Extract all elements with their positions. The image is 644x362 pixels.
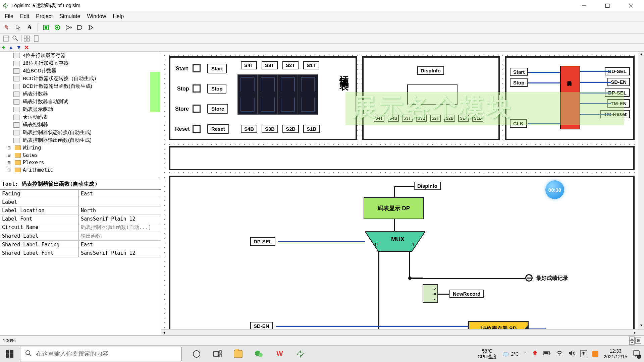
tree-item[interactable]: 码表显示驱动	[0, 106, 161, 113]
overlay-bg	[345, 92, 624, 125]
taskbar: W 58°C CPU温度 2°C ˄ 中 12:33 2021/12/15 1	[0, 345, 644, 362]
search-icon	[25, 350, 32, 358]
menu-help[interactable]: Help	[109, 12, 127, 21]
pin-s1b: S1B	[303, 125, 320, 133]
separator	[38, 23, 38, 32]
pin-newrecord: NewRecord	[449, 290, 484, 298]
poke-tool[interactable]	[2, 23, 11, 32]
tree-item[interactable]: 码表控制器状态转换(自动生成)	[0, 129, 161, 136]
button-store[interactable]	[193, 105, 201, 113]
search-input[interactable]	[36, 350, 177, 357]
tree-lib[interactable]: Wiring	[0, 144, 161, 152]
notification-icon[interactable]: 1	[633, 350, 640, 358]
input-pin-tool[interactable]	[41, 23, 51, 32]
tree-lib[interactable]: Arithmetic	[0, 166, 161, 174]
svg-line-12	[16, 39, 18, 41]
pin-s3b: S3B	[262, 125, 278, 133]
menu-window[interactable]: Window	[84, 12, 109, 21]
zoom-spinner[interactable]: ▴▾ ⊞	[629, 337, 641, 345]
start-button[interactable]	[0, 346, 19, 362]
add-button[interactable]: +	[2, 44, 6, 51]
prop-val[interactable]: 码表控制器输出函数(自动...)	[79, 223, 161, 232]
explorer-icon[interactable]	[233, 349, 244, 359]
tree-item-active[interactable]: ★运动码表	[0, 113, 161, 121]
tray-app-icon[interactable]	[532, 350, 538, 357]
battery-icon[interactable]	[543, 351, 551, 357]
view-tool-3[interactable]	[23, 35, 31, 43]
wifi-icon[interactable]	[556, 351, 563, 357]
close-button[interactable]	[623, 1, 639, 11]
tree-item[interactable]: 码表控制器	[0, 121, 161, 129]
minimize-button[interactable]	[576, 1, 592, 11]
wps-icon[interactable]: W	[274, 349, 285, 359]
tree-item[interactable]: 16位并行加载寄存器	[0, 59, 161, 67]
block-title-vert: 运动码表	[337, 68, 350, 76]
tree-lib[interactable]: Plexers	[0, 159, 161, 166]
pin-dpsel: DP-SEL	[250, 237, 275, 246]
svg-rect-1	[606, 4, 609, 7]
view-tool-4[interactable]	[32, 35, 40, 43]
prop-val[interactable]: SansSerif Plain 12	[79, 215, 161, 223]
menu-project[interactable]: Project	[33, 12, 56, 21]
prop-val[interactable]	[79, 198, 161, 206]
tree-lib[interactable]: Gates	[0, 152, 161, 159]
prop-key: Shared Label Facing	[0, 241, 79, 249]
button-reset[interactable]	[193, 125, 201, 133]
down-button[interactable]: ▼	[16, 45, 21, 51]
view-tool-2[interactable]	[11, 35, 19, 43]
and-gate-tool[interactable]	[75, 23, 85, 32]
weather-icon[interactable]: 2°C	[502, 351, 519, 357]
label-store: Store	[175, 106, 189, 112]
canvas-h-scrollbar[interactable]: ◂ ▸	[161, 329, 644, 335]
or-gate-tool[interactable]	[87, 23, 96, 32]
svg-point-27	[26, 351, 30, 355]
cpu-temp[interactable]: 58°C CPU温度	[478, 348, 497, 360]
tool-label: Tool: 码表控制器输出函数(自动生成)	[0, 179, 161, 189]
component-tree[interactable]: 4位并行加载寄存器 16位并行加载寄存器 4位BCD计数器 BCD计数器状态转换…	[0, 52, 161, 179]
select-tool[interactable]	[13, 23, 23, 32]
not-gate-tool[interactable]	[64, 23, 73, 32]
prop-val[interactable]: North	[79, 206, 161, 215]
view-tool-1[interactable]	[2, 35, 10, 43]
svg-rect-39	[544, 352, 548, 354]
prop-val[interactable]: East	[79, 190, 161, 198]
button-stop[interactable]	[193, 84, 201, 93]
menu-simulate[interactable]: Simulate	[56, 12, 84, 21]
maximize-button[interactable]	[600, 1, 615, 11]
menu-edit[interactable]: Edit	[17, 12, 33, 21]
tree-item[interactable]: 4位BCD计数器	[0, 67, 161, 75]
tree-item[interactable]: 码表计数器	[0, 90, 161, 98]
text-tool[interactable]: A	[25, 23, 34, 32]
label-start: Start	[176, 66, 188, 72]
wechat-icon[interactable]	[254, 349, 264, 359]
button-start[interactable]	[193, 64, 201, 72]
up-button[interactable]: ▲	[8, 45, 14, 51]
clock[interactable]: 12:33 2021/12/15	[604, 348, 627, 360]
output-pin-tool[interactable]	[53, 23, 62, 32]
logisim-task-icon[interactable]	[295, 349, 306, 359]
tree-item[interactable]: BCD计数器状态转换（自动生成）	[0, 75, 161, 82]
volume-icon[interactable]	[568, 350, 575, 357]
delete-button[interactable]: ✕	[24, 44, 29, 51]
cortana-icon[interactable]	[191, 349, 202, 359]
tree-scrollbar-thumb[interactable]	[150, 72, 160, 112]
taskview-icon[interactable]	[212, 349, 223, 359]
tree-item[interactable]: 4位并行加载寄存器	[0, 52, 161, 59]
prop-val[interactable]: SansSerif Plain 12	[79, 249, 161, 257]
tree-item[interactable]: 码表控制器输出函数(自动生成)	[0, 136, 161, 144]
tray-chevron-icon[interactable]: ˄	[524, 351, 527, 357]
toolbar: A	[0, 21, 644, 34]
search-box[interactable]	[21, 347, 182, 361]
tree-item[interactable]: BCD计数器输出函数(自动生成)	[0, 82, 161, 90]
prop-val[interactable]: 输出函数	[79, 232, 161, 240]
circuit-box-empty	[169, 146, 635, 170]
svg-point-7	[56, 26, 58, 28]
tree-item[interactable]: 码表计数器自动测试	[0, 98, 161, 106]
svg-rect-17	[34, 36, 38, 42]
ime-icon[interactable]: 中	[580, 350, 587, 357]
canvas-v-scrollbar[interactable]: ▴ ▾	[638, 52, 644, 335]
canvas[interactable]: Start Start Stop Stop Store Store Reset …	[161, 52, 644, 335]
tray-orange-icon[interactable]	[592, 351, 598, 357]
prop-val[interactable]: East	[79, 241, 161, 249]
menu-file[interactable]: File	[1, 12, 17, 21]
